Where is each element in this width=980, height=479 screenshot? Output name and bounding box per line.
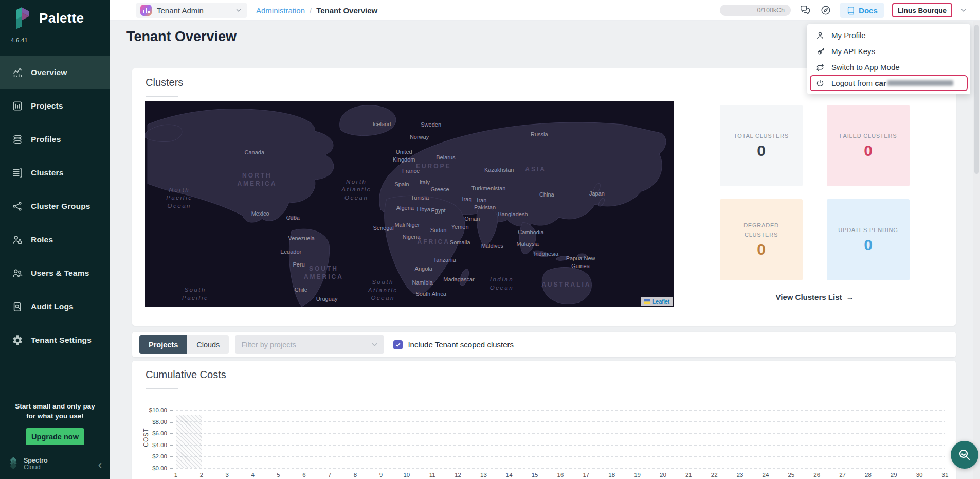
sidebar-item-label: Cluster Groups	[31, 202, 90, 211]
x-tick-label: 30	[916, 472, 923, 478]
x-tick-label: 17	[583, 472, 589, 478]
menu-item-logout[interactable]: Logout from car	[810, 75, 968, 91]
chevron-down-icon	[371, 341, 378, 348]
tenant-scoped-checkbox-row[interactable]: Include Tenant scoped clusters	[393, 340, 514, 349]
sidebar-item-users-teams[interactable]: Users & Teams	[0, 256, 110, 290]
upgrade-promo: Start small and only pay for what you us…	[0, 401, 110, 445]
stat-label: FAILED CLUSTERS	[840, 132, 897, 140]
menu-item-label: My API Keys	[831, 47, 875, 56]
world-map-landmass	[145, 101, 674, 307]
gridline	[176, 421, 945, 422]
x-tick-label: 22	[711, 472, 718, 478]
vertical-scrollbar[interactable]	[973, 21, 980, 479]
y-tick-label: $2.00	[152, 453, 173, 459]
stat-label: DEGRADED CLUSTERS	[727, 221, 795, 239]
x-tick-label: 3	[226, 472, 229, 478]
x-tick-label: 5	[277, 472, 280, 478]
x-tick-label: 14	[506, 472, 513, 478]
x-tick-label: 29	[891, 472, 897, 478]
leaflet-attribution[interactable]: Leaflet	[641, 297, 673, 306]
clusters-world-map[interactable]: IcelandSwedenNorwayRussiaCanadaUnited Ki…	[145, 101, 674, 307]
x-tick-label: 8	[354, 472, 357, 478]
sidebar-item-projects[interactable]: Projects	[0, 89, 110, 122]
menu-item-my-api-keys[interactable]: My API Keys	[807, 43, 970, 59]
sidebar-item-audit-logs[interactable]: Audit Logs	[0, 290, 110, 323]
filter-select-placeholder: Filter by projects	[241, 341, 296, 349]
user-menu-button[interactable]: Linus Bourque	[892, 3, 952, 17]
y-tick-label: $0.00	[152, 465, 173, 471]
menu-item-switch-app-mode[interactable]: Switch to App Mode	[807, 59, 970, 75]
redacted-account-name	[887, 80, 953, 86]
x-tick-label: 26	[813, 472, 820, 478]
y-tick-label: $10.00	[149, 407, 173, 413]
gridline	[176, 433, 945, 434]
tab-projects[interactable]: Projects	[139, 335, 187, 354]
x-tick-label: 11	[429, 472, 435, 478]
sidebar-item-cluster-groups[interactable]: Cluster Groups	[0, 189, 110, 223]
brand-name-bottom: Cloud	[24, 464, 48, 471]
logout-label: Logout from car	[831, 79, 953, 87]
x-tick-label: 25	[788, 472, 794, 478]
users-icon	[11, 267, 24, 279]
doc-search-icon	[11, 300, 24, 313]
sidebar-item-overview[interactable]: Overview	[0, 56, 110, 89]
x-tick-label: 24	[763, 472, 769, 478]
app-name: Palette	[39, 10, 84, 26]
switch-arrows-icon	[815, 63, 825, 72]
sidebar-item-label: Overview	[31, 68, 67, 77]
sidebar-item-label: Roles	[31, 235, 53, 244]
x-tick-label: 23	[737, 472, 743, 478]
sidebar-item-tenant-settings[interactable]: Tenant Settings	[0, 323, 110, 357]
gridline	[176, 456, 945, 457]
chevron-down-icon	[235, 7, 242, 13]
y-tick-label: $4.00	[152, 442, 173, 448]
docs-button[interactable]: Docs	[840, 3, 884, 18]
bar-chart-icon	[11, 100, 24, 112]
tab-clouds[interactable]: Clouds	[187, 335, 229, 354]
view-clusters-list-link[interactable]: View Clusters List→	[720, 293, 910, 301]
top-bar-actions: 0/100kCh Docs Linus Bourque	[720, 0, 967, 21]
menu-item-my-profile[interactable]: My Profile	[807, 27, 970, 43]
arrow-right-icon: →	[846, 293, 854, 301]
scrollbar-thumb[interactable]	[974, 25, 979, 174]
stat-label: UPDATES PENDING	[838, 226, 898, 235]
sidebar-item-clusters[interactable]: Clusters	[0, 156, 110, 189]
x-tick-label: 6	[302, 472, 305, 478]
gridline	[176, 468, 945, 469]
app-logo[interactable]: Palette	[12, 6, 84, 30]
x-tick-label: 28	[865, 472, 872, 478]
filter-by-projects-select[interactable]: Filter by projects	[235, 335, 384, 354]
x-tick-label: 1	[174, 472, 177, 478]
checkbox-checked-icon[interactable]	[393, 340, 403, 349]
sidebar-collapse-chevron[interactable]: ‹	[98, 460, 102, 470]
app-version: 4.6.41	[11, 37, 28, 43]
sidebar-item-profiles[interactable]: Profiles	[0, 122, 110, 156]
x-tick-label: 31	[942, 472, 949, 478]
cumulative-costs-card: Cumulative Costs COST $10.00$8.00$6.00$4…	[132, 361, 956, 479]
y-tick-label: $6.00	[152, 430, 173, 436]
stat-value: 0	[864, 142, 873, 159]
chevron-down-icon[interactable]	[960, 7, 967, 13]
x-tick-label: 9	[379, 472, 383, 478]
power-icon	[815, 79, 825, 88]
upgrade-now-button[interactable]: Upgrade now	[26, 428, 84, 445]
gridline	[176, 445, 945, 446]
x-tick-label: 4	[251, 472, 254, 478]
scope-selector[interactable]: Tenant Admin	[136, 3, 247, 18]
docs-button-label: Docs	[859, 6, 878, 15]
layers-stack-icon	[11, 133, 24, 146]
help-search-fab[interactable]	[951, 441, 978, 469]
network-nodes-icon	[11, 200, 24, 212]
sidebar-item-roles[interactable]: Roles	[0, 223, 110, 256]
compass-help-icon[interactable]	[820, 4, 832, 16]
costs-card-title: Cumulative Costs	[146, 369, 226, 381]
breadcrumb-administration[interactable]: Administration	[256, 6, 305, 15]
sidebar-item-label: Audit Logs	[31, 302, 74, 311]
y-tick-label: $8.00	[152, 419, 173, 425]
x-tick-label: 18	[608, 472, 615, 478]
user-dropdown-menu: My Profile My API Keys Switch to App Mod…	[807, 24, 970, 94]
sidebar-nav: Overview Projects Profiles Clusters Clus…	[0, 56, 110, 357]
x-tick-label: 19	[634, 472, 641, 478]
key-icon	[815, 47, 825, 56]
chat-icon[interactable]	[799, 4, 811, 16]
